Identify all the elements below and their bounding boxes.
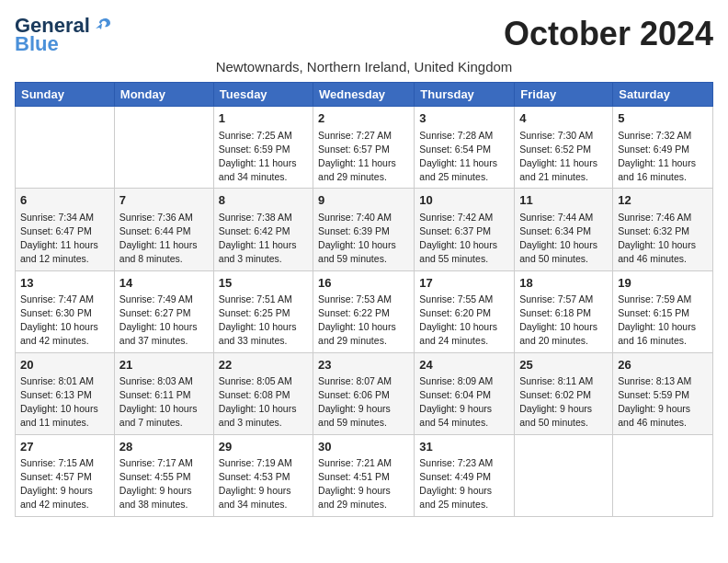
- day-info: Sunrise: 8:11 AM Sunset: 6:02 PM Dayligh…: [519, 374, 608, 431]
- calendar-cell: 1Sunrise: 7:25 AM Sunset: 6:59 PM Daylig…: [213, 107, 313, 189]
- day-info: Sunrise: 7:38 AM Sunset: 6:42 PM Dayligh…: [219, 211, 308, 267]
- day-info: Sunrise: 7:55 AM Sunset: 6:20 PM Dayligh…: [419, 293, 509, 349]
- day-number: 20: [20, 357, 109, 373]
- header-wednesday: Wednesday: [313, 83, 415, 107]
- calendar-cell: 15Sunrise: 7:51 AM Sunset: 6:25 PM Dayli…: [213, 270, 313, 352]
- day-number: 22: [219, 357, 308, 373]
- day-info: Sunrise: 7:32 AM Sunset: 6:49 PM Dayligh…: [618, 129, 708, 185]
- week-row-4: 20Sunrise: 8:01 AM Sunset: 6:13 PM Dayli…: [16, 352, 713, 434]
- calendar-cell: 31Sunrise: 7:23 AM Sunset: 4:49 PM Dayli…: [415, 434, 515, 516]
- day-number: 19: [618, 275, 708, 292]
- calendar-cell: 14Sunrise: 7:49 AM Sunset: 6:27 PM Dayli…: [114, 270, 213, 352]
- day-info: Sunrise: 7:15 AM Sunset: 4:57 PM Dayligh…: [20, 456, 109, 512]
- day-number: 8: [219, 192, 308, 209]
- calendar-cell: [515, 434, 613, 516]
- day-number: 4: [519, 110, 608, 127]
- day-info: Sunrise: 7:23 AM Sunset: 4:49 PM Dayligh…: [419, 456, 509, 512]
- calendar-cell: [114, 107, 213, 189]
- day-info: Sunrise: 8:07 AM Sunset: 6:06 PM Dayligh…: [318, 374, 409, 431]
- calendar-cell: 20Sunrise: 8:01 AM Sunset: 6:13 PM Dayli…: [16, 352, 115, 434]
- day-info: Sunrise: 7:34 AM Sunset: 6:47 PM Dayligh…: [20, 211, 109, 267]
- week-row-1: 1Sunrise: 7:25 AM Sunset: 6:59 PM Daylig…: [16, 107, 713, 189]
- day-number: 18: [519, 275, 608, 292]
- day-number: 14: [119, 275, 209, 292]
- day-info: Sunrise: 7:46 AM Sunset: 6:32 PM Dayligh…: [618, 211, 708, 267]
- day-info: Sunrise: 7:27 AM Sunset: 6:57 PM Dayligh…: [318, 129, 409, 185]
- day-info: Sunrise: 7:40 AM Sunset: 6:39 PM Dayligh…: [318, 211, 409, 267]
- calendar-cell: 3Sunrise: 7:28 AM Sunset: 6:54 PM Daylig…: [415, 107, 515, 189]
- day-number: 26: [618, 357, 708, 373]
- day-number: 25: [519, 357, 608, 373]
- day-info: Sunrise: 7:36 AM Sunset: 6:44 PM Dayligh…: [119, 211, 209, 267]
- week-row-2: 6Sunrise: 7:34 AM Sunset: 6:47 PM Daylig…: [16, 189, 713, 270]
- calendar-cell: 21Sunrise: 8:03 AM Sunset: 6:11 PM Dayli…: [114, 352, 213, 434]
- calendar-cell: 8Sunrise: 7:38 AM Sunset: 6:42 PM Daylig…: [213, 189, 313, 270]
- calendar-cell: 30Sunrise: 7:21 AM Sunset: 4:51 PM Dayli…: [313, 434, 415, 516]
- calendar-cell: 10Sunrise: 7:42 AM Sunset: 6:37 PM Dayli…: [415, 189, 515, 270]
- day-number: 29: [219, 439, 308, 455]
- day-number: 30: [318, 439, 409, 455]
- day-number: 15: [219, 275, 308, 292]
- calendar-cell: 11Sunrise: 7:44 AM Sunset: 6:34 PM Dayli…: [515, 189, 613, 270]
- day-info: Sunrise: 7:53 AM Sunset: 6:22 PM Dayligh…: [318, 293, 409, 349]
- day-number: 2: [318, 110, 409, 127]
- day-info: Sunrise: 7:59 AM Sunset: 6:15 PM Dayligh…: [618, 293, 708, 349]
- day-number: 23: [318, 357, 409, 373]
- day-info: Sunrise: 8:03 AM Sunset: 6:11 PM Dayligh…: [119, 374, 209, 431]
- day-number: 5: [618, 110, 708, 127]
- day-number: 13: [20, 275, 109, 292]
- header-thursday: Thursday: [415, 83, 515, 107]
- day-info: Sunrise: 7:49 AM Sunset: 6:27 PM Dayligh…: [119, 293, 209, 349]
- calendar-cell: 26Sunrise: 8:13 AM Sunset: 5:59 PM Dayli…: [613, 352, 713, 434]
- calendar-cell: [613, 434, 713, 516]
- calendar-table: SundayMondayTuesdayWednesdayThursdayFrid…: [15, 82, 713, 516]
- calendar-header-row: SundayMondayTuesdayWednesdayThursdayFrid…: [16, 83, 713, 107]
- calendar-cell: 4Sunrise: 7:30 AM Sunset: 6:52 PM Daylig…: [515, 107, 613, 189]
- day-info: Sunrise: 7:28 AM Sunset: 6:54 PM Dayligh…: [419, 129, 509, 185]
- day-number: 1: [219, 110, 308, 127]
- calendar-cell: 7Sunrise: 7:36 AM Sunset: 6:44 PM Daylig…: [114, 189, 213, 270]
- day-number: 6: [20, 192, 109, 209]
- logo-blue: Blue: [15, 33, 59, 55]
- day-info: Sunrise: 7:19 AM Sunset: 4:53 PM Dayligh…: [219, 456, 308, 512]
- day-number: 7: [119, 192, 209, 209]
- logo-bird-icon: [92, 16, 112, 36]
- day-number: 27: [20, 439, 109, 455]
- calendar-cell: 28Sunrise: 7:17 AM Sunset: 4:55 PM Dayli…: [114, 434, 213, 516]
- calendar-cell: 27Sunrise: 7:15 AM Sunset: 4:57 PM Dayli…: [16, 434, 115, 516]
- calendar-cell: 2Sunrise: 7:27 AM Sunset: 6:57 PM Daylig…: [313, 107, 415, 189]
- day-info: Sunrise: 7:25 AM Sunset: 6:59 PM Dayligh…: [219, 129, 308, 185]
- day-number: 11: [519, 192, 608, 209]
- day-number: 31: [419, 439, 509, 455]
- day-info: Sunrise: 8:01 AM Sunset: 6:13 PM Dayligh…: [20, 374, 109, 431]
- day-number: 16: [318, 275, 409, 292]
- subtitle: Newtownards, Northern Ireland, United Ki…: [15, 59, 713, 75]
- day-info: Sunrise: 7:30 AM Sunset: 6:52 PM Dayligh…: [519, 129, 608, 185]
- calendar-cell: 17Sunrise: 7:55 AM Sunset: 6:20 PM Dayli…: [415, 270, 515, 352]
- calendar-cell: 23Sunrise: 8:07 AM Sunset: 6:06 PM Dayli…: [313, 352, 415, 434]
- calendar-cell: 29Sunrise: 7:19 AM Sunset: 4:53 PM Dayli…: [213, 434, 313, 516]
- week-row-3: 13Sunrise: 7:47 AM Sunset: 6:30 PM Dayli…: [16, 270, 713, 352]
- page-header: General Blue October 2024: [15, 15, 713, 55]
- calendar-cell: 16Sunrise: 7:53 AM Sunset: 6:22 PM Dayli…: [313, 270, 415, 352]
- calendar-cell: 19Sunrise: 7:59 AM Sunset: 6:15 PM Dayli…: [613, 270, 713, 352]
- calendar-cell: 9Sunrise: 7:40 AM Sunset: 6:39 PM Daylig…: [313, 189, 415, 270]
- day-info: Sunrise: 7:47 AM Sunset: 6:30 PM Dayligh…: [20, 293, 109, 349]
- day-info: Sunrise: 7:57 AM Sunset: 6:18 PM Dayligh…: [519, 293, 608, 349]
- day-info: Sunrise: 7:42 AM Sunset: 6:37 PM Dayligh…: [419, 211, 509, 267]
- calendar-cell: 18Sunrise: 7:57 AM Sunset: 6:18 PM Dayli…: [515, 270, 613, 352]
- calendar-cell: [16, 107, 115, 189]
- day-number: 21: [119, 357, 209, 373]
- week-row-5: 27Sunrise: 7:15 AM Sunset: 4:57 PM Dayli…: [16, 434, 713, 516]
- calendar-cell: 13Sunrise: 7:47 AM Sunset: 6:30 PM Dayli…: [16, 270, 115, 352]
- day-info: Sunrise: 7:51 AM Sunset: 6:25 PM Dayligh…: [219, 293, 308, 349]
- day-number: 12: [618, 192, 708, 209]
- day-info: Sunrise: 8:13 AM Sunset: 5:59 PM Dayligh…: [618, 374, 708, 431]
- day-number: 3: [419, 110, 509, 127]
- day-info: Sunrise: 8:05 AM Sunset: 6:08 PM Dayligh…: [219, 374, 308, 431]
- calendar-cell: 24Sunrise: 8:09 AM Sunset: 6:04 PM Dayli…: [415, 352, 515, 434]
- day-number: 10: [419, 192, 509, 209]
- day-info: Sunrise: 8:09 AM Sunset: 6:04 PM Dayligh…: [419, 374, 509, 431]
- day-info: Sunrise: 7:44 AM Sunset: 6:34 PM Dayligh…: [519, 211, 608, 267]
- header-monday: Monday: [114, 83, 213, 107]
